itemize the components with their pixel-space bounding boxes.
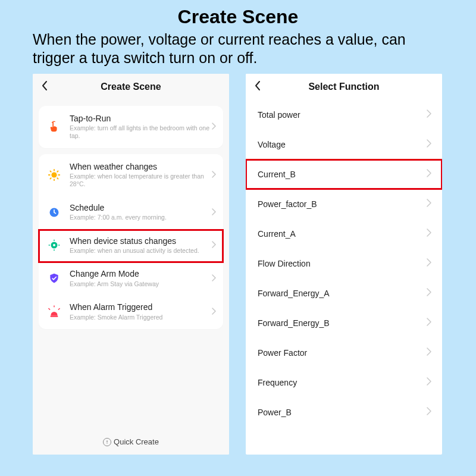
chevron-right-icon — [425, 288, 431, 299]
function-label: Power_B — [258, 408, 292, 417]
function-row[interactable]: Flow Direction — [246, 249, 442, 278]
function-row[interactable]: Power Factor — [246, 338, 442, 368]
chevron-right-icon — [210, 170, 216, 180]
item-text: When weather changesExample: when local … — [70, 162, 210, 189]
clock-icon — [47, 205, 61, 220]
item-title: When device status changes — [70, 236, 210, 246]
card-conditions: When weather changesExample: when local … — [39, 154, 223, 330]
quick-create-button[interactable]: ↑Quick Create — [33, 424, 229, 455]
svg-rect-16 — [51, 316, 58, 317]
chevron-right-icon — [425, 347, 431, 358]
function-label: Current_B — [258, 170, 296, 179]
item-text: Tap-to-Run Example: turn off all lights … — [70, 114, 210, 140]
function-label: Flow Direction — [258, 259, 311, 268]
svg-point-0 — [51, 172, 57, 177]
function-label: Frequency — [258, 378, 297, 387]
phone-create-scene: Create Scene Tap-to-Run Example: turn of… — [33, 74, 229, 455]
item-text: When Alarm TriggeredExample: Smoke Alarm… — [70, 302, 210, 321]
condition-item[interactable]: When weather changesExample: when local … — [39, 154, 223, 196]
chevron-right-icon — [425, 318, 431, 328]
shield-icon — [47, 271, 61, 286]
sun-icon — [47, 168, 61, 182]
quick-create-label: Quick Create — [114, 437, 159, 446]
function-label: Total power — [258, 110, 300, 120]
chevron-right-icon — [210, 208, 216, 217]
chevron-right-icon — [425, 377, 431, 388]
item-subtitle: Example: when local temperature is great… — [70, 173, 210, 188]
chevron-right-icon — [425, 169, 431, 180]
plus-circle-icon: ↑ — [103, 438, 111, 446]
item-subtitle: Example: turn off all lights in the bedr… — [70, 124, 210, 140]
svg-point-12 — [54, 240, 55, 241]
item-title: When weather changes — [70, 162, 210, 172]
item-text: ScheduleExample: 7:00 a.m. every morning… — [70, 203, 210, 222]
condition-item[interactable]: ScheduleExample: 7:00 a.m. every morning… — [39, 196, 223, 230]
screen-title: Select Function — [254, 82, 434, 92]
svg-line-18 — [58, 309, 60, 310]
screen-header: Create Scene — [33, 74, 229, 100]
function-label: Power Factor — [258, 348, 307, 358]
chevron-right-icon — [425, 109, 431, 120]
condition-item[interactable]: Change Arm ModeExample: Arm Stay via Gat… — [39, 262, 223, 296]
function-row[interactable]: Forward_Energy_A — [246, 278, 442, 308]
svg-point-15 — [58, 245, 60, 246]
function-row[interactable]: Current_B — [246, 159, 442, 189]
svg-line-5 — [50, 171, 51, 172]
svg-line-7 — [50, 178, 51, 178]
scene-options: Tap-to-Run Example: turn off all lights … — [33, 100, 229, 424]
svg-point-13 — [54, 250, 55, 251]
screen-title: Create Scene — [41, 82, 221, 92]
item-title: Change Arm Mode — [70, 269, 210, 279]
item-subtitle: Example: Arm Stay via Gateway — [70, 280, 210, 288]
chevron-right-icon — [210, 307, 216, 317]
item-tap-to-run[interactable]: Tap-to-Run Example: turn off all lights … — [39, 106, 223, 148]
item-subtitle: Example: 7:00 a.m. every morning. — [70, 214, 210, 221]
item-title: Schedule — [70, 203, 210, 213]
chevron-right-icon — [210, 274, 216, 283]
svg-line-17 — [49, 309, 50, 310]
item-text: Change Arm ModeExample: Arm Stay via Gat… — [70, 269, 210, 288]
phones-row: Create Scene Tap-to-Run Example: turn of… — [0, 74, 476, 455]
item-text: When device status changesExample: when … — [70, 236, 210, 255]
item-title: When Alarm Triggered — [70, 302, 210, 312]
item-title: Tap-to-Run — [70, 114, 210, 124]
alarm-icon — [47, 305, 61, 319]
function-label: Forward_Energy_B — [258, 318, 330, 328]
function-row[interactable]: Power_factor_B — [246, 189, 442, 219]
svg-point-14 — [49, 245, 50, 246]
item-subtitle: Example: Smoke Alarm Triggered — [70, 314, 210, 321]
function-row[interactable]: Power_B — [246, 397, 442, 427]
function-label: Current_A — [258, 229, 296, 239]
chevron-right-icon — [425, 228, 431, 239]
function-label: Power_factor_B — [258, 199, 317, 209]
svg-point-11 — [53, 244, 55, 246]
function-row[interactable]: Frequency — [246, 368, 442, 397]
tap-icon — [47, 120, 61, 134]
svg-line-8 — [57, 171, 58, 172]
chevron-right-icon — [425, 407, 431, 418]
page-description: When the power, voltage or current reach… — [0, 28, 476, 74]
device-icon — [47, 238, 61, 252]
chevron-right-icon — [210, 122, 216, 131]
chevron-right-icon — [425, 139, 431, 150]
chevron-right-icon — [210, 240, 216, 250]
chevron-right-icon — [425, 258, 431, 269]
phone-select-function: Select Function Total powerVoltageCurren… — [246, 74, 442, 455]
condition-item[interactable]: When Alarm TriggeredExample: Smoke Alarm… — [39, 296, 223, 329]
chevron-right-icon — [425, 199, 431, 209]
function-list: Total powerVoltageCurrent_BPower_factor_… — [246, 100, 442, 427]
screen-header: Select Function — [246, 74, 442, 100]
function-label: Forward_Energy_A — [258, 289, 330, 298]
function-row[interactable]: Forward_Energy_B — [246, 308, 442, 338]
item-subtitle: Example: when an unusual activity is det… — [70, 247, 210, 255]
function-label: Voltage — [258, 140, 286, 149]
svg-line-6 — [57, 178, 58, 178]
function-row[interactable]: Current_A — [246, 219, 442, 249]
function-row[interactable]: Voltage — [246, 130, 442, 159]
card-tap-to-run: Tap-to-Run Example: turn off all lights … — [39, 106, 223, 148]
function-row[interactable]: Total power — [246, 100, 442, 130]
page-title: Create Scene — [0, 0, 476, 28]
condition-item[interactable]: When device status changesExample: when … — [39, 230, 223, 263]
